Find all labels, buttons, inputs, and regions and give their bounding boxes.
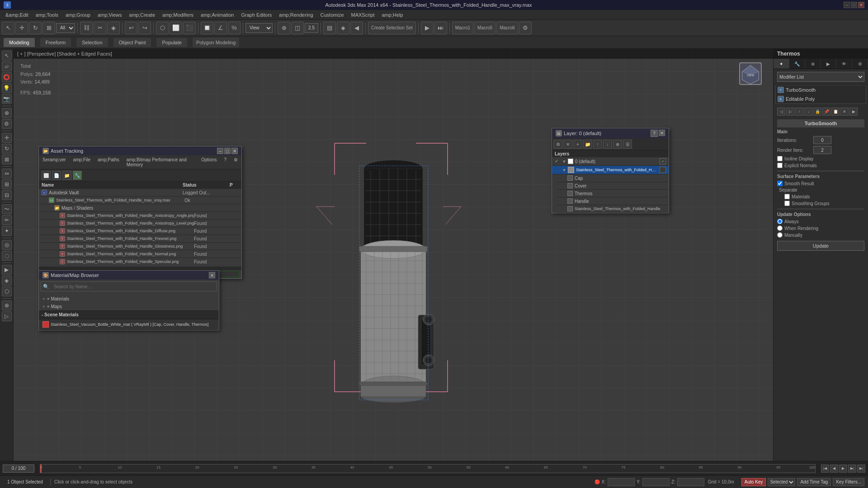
lt-systems-btn[interactable]: ⚙ bbox=[2, 119, 12, 129]
next-frame-btn-tl[interactable]: ▶| bbox=[848, 465, 856, 473]
at-tb4[interactable]: 🔧 bbox=[73, 171, 82, 180]
rp-tab-utility[interactable]: ⚙ bbox=[852, 59, 868, 69]
at-tb3[interactable]: 📁 bbox=[62, 171, 71, 180]
at-menu-options[interactable]: Options bbox=[199, 156, 218, 168]
lt-render-btn[interactable]: ▶ bbox=[2, 265, 12, 275]
ts-manually-row[interactable]: Manually bbox=[777, 232, 864, 238]
at-row-tex6[interactable]: T Stainless_Steel_Thermos_with_Folded_Ha… bbox=[39, 250, 241, 258]
rp-nav-9[interactable]: ▶ bbox=[849, 108, 858, 116]
timeline-track[interactable]: 0 5 10 15 20 25 30 35 40 45 50 55 60 65 … bbox=[40, 464, 816, 473]
tab-object-paint[interactable]: Object Paint bbox=[113, 38, 151, 47]
create-selection-btn[interactable]: Create Selection Set bbox=[368, 22, 416, 34]
at-close-btn[interactable]: ✕ bbox=[231, 148, 238, 154]
at-row-maxfile[interactable]: M Stainless_Steel_Thermos_with_Folded_Ha… bbox=[39, 197, 241, 204]
lt-spacing-btn[interactable]: ⊟ bbox=[2, 190, 12, 200]
filter-dropdown[interactable]: All bbox=[56, 23, 75, 33]
lt-geometry-btn[interactable]: ▱ bbox=[2, 61, 12, 71]
at-row-tex2[interactable]: T Stainless_Steel_Thermos_with_Folded_Ha… bbox=[39, 220, 241, 227]
menu-help[interactable]: amp;Help bbox=[378, 11, 407, 19]
always-radio[interactable] bbox=[777, 219, 783, 224]
ld-tb-folder[interactable]: 📁 bbox=[583, 140, 592, 149]
prev-frame-btn[interactable]: ◀ bbox=[830, 465, 838, 473]
rp-nav-4[interactable]: ↓ bbox=[804, 108, 812, 116]
lt-select-btn[interactable]: ↖ bbox=[2, 51, 12, 61]
layer-dialog-header[interactable]: ▤ Layer: 0 (default) ? ✕ bbox=[552, 128, 669, 138]
select-region-btn[interactable]: ⬜ bbox=[170, 22, 182, 34]
rp-tab-motion[interactable]: ▶ bbox=[821, 59, 836, 69]
ts-when-rendering-row[interactable]: When Rendering bbox=[777, 225, 864, 231]
menu-edit[interactable]: &amp;Edit bbox=[2, 11, 32, 19]
menu-group[interactable]: amp;Group bbox=[62, 11, 94, 19]
modifier-list-dropdown[interactable]: Modifier List bbox=[777, 72, 864, 82]
lt-texture-btn[interactable]: ⬡ bbox=[2, 286, 12, 296]
ld-tb-delete[interactable]: ✕ bbox=[563, 140, 572, 149]
z-coord-input[interactable] bbox=[677, 478, 704, 486]
at-row-tex3[interactable]: T Stainless_Steel_Thermos_with_Folded_Ha… bbox=[39, 227, 241, 235]
mb-close-btn[interactable]: ✕ bbox=[209, 272, 215, 278]
at-restore-btn[interactable]: □ bbox=[224, 148, 231, 154]
menu-rendering[interactable]: amp;Rendering bbox=[275, 11, 316, 19]
menu-create[interactable]: amp;Create bbox=[126, 11, 159, 19]
lt-paint-btn[interactable]: ✏ bbox=[2, 215, 12, 225]
close-button[interactable]: ✕ bbox=[858, 2, 864, 8]
select-btn[interactable]: ↖ bbox=[2, 22, 14, 34]
menu-animation[interactable]: amp;Animation bbox=[197, 11, 237, 19]
go-start-btn[interactable]: |◀ bbox=[821, 465, 829, 473]
lt-shapes-btn[interactable]: ⭕ bbox=[2, 72, 12, 82]
modifier-editable-poly[interactable]: E Editable Poly bbox=[776, 94, 866, 103]
window-controls[interactable]: – □ ✕ bbox=[844, 2, 864, 8]
minimize-button[interactable]: – bbox=[844, 2, 850, 8]
snap-btn[interactable]: 🔲 bbox=[201, 22, 213, 34]
rp-tab-display[interactable]: 👁 bbox=[836, 59, 852, 69]
rp-nav-3[interactable]: ↑ bbox=[795, 108, 803, 116]
rp-nav-2[interactable]: ▷ bbox=[786, 108, 794, 116]
ld-tb-move[interactable]: ↑ bbox=[593, 140, 602, 149]
add-time-tag-btn[interactable]: Add Time Tag bbox=[797, 478, 831, 486]
percent-snap-btn[interactable]: % bbox=[228, 22, 241, 34]
materials-checkbox[interactable] bbox=[784, 194, 790, 199]
lt-scale-btn[interactable]: ⊠ bbox=[2, 155, 12, 164]
at-menu-bitmap[interactable]: amp;Bitmap Performance and Memory bbox=[125, 156, 196, 168]
view-dropdown[interactable]: View bbox=[245, 23, 273, 33]
viewcube-cube[interactable]: VIEW bbox=[739, 62, 762, 85]
at-menu-file[interactable]: amp;File bbox=[71, 156, 92, 168]
at-row-maps-folder[interactable]: 📁 Maps / Shaders bbox=[39, 204, 241, 212]
play-fwd-btn[interactable]: ▶ bbox=[839, 465, 847, 473]
ts-smoothing-groups-row[interactable]: Smoothing Groups bbox=[777, 201, 864, 206]
mirror-btn[interactable]: ◫ bbox=[291, 22, 304, 34]
key-mode-select[interactable]: Selected bbox=[768, 478, 795, 486]
ld-row-handle[interactable]: ✓ Handle bbox=[557, 197, 669, 205]
at-tb2[interactable]: 📄 bbox=[52, 171, 61, 180]
menu-graph-editors[interactable]: Graph Editors bbox=[237, 11, 275, 19]
when-rendering-radio[interactable] bbox=[777, 225, 783, 231]
ld-tb-settings[interactable]: ⚙ bbox=[553, 140, 562, 149]
lt-lights-btn[interactable]: 💡 bbox=[2, 83, 12, 93]
lt-expand-btn[interactable]: ▷ bbox=[2, 311, 12, 321]
move-btn[interactable]: ✛ bbox=[15, 22, 28, 34]
ts-always-row[interactable]: Always bbox=[777, 219, 864, 224]
rp-tab-create[interactable]: ✦ bbox=[774, 59, 789, 69]
explicit-checkbox[interactable] bbox=[777, 163, 783, 168]
lt-rotate-btn[interactable]: ↻ bbox=[2, 144, 12, 154]
ts-explicit-row[interactable]: Explicit Normals bbox=[777, 163, 864, 168]
ld-visibility-1[interactable] bbox=[660, 167, 666, 173]
lt-isolate-btn[interactable]: ◎ bbox=[2, 240, 12, 250]
ld-close-btn[interactable]: ✕ bbox=[659, 130, 665, 136]
rp-tab-modify[interactable]: 🔧 bbox=[789, 59, 805, 69]
asset-tracking-header[interactable]: 📂 Asset Tracking – □ ✕ bbox=[39, 146, 241, 155]
restore-button[interactable]: □ bbox=[851, 2, 857, 8]
smooth-result-checkbox[interactable] bbox=[777, 181, 783, 186]
at-row-tex1[interactable]: T Stainless_Steel_Thermos_with_Folded_Ha… bbox=[39, 212, 241, 220]
ts-isoline-row[interactable]: Isoline Display bbox=[777, 156, 864, 161]
at-menu-server[interactable]: Seramp;ver bbox=[41, 156, 68, 168]
x-coord-input[interactable] bbox=[608, 478, 635, 486]
link-btn[interactable]: ⛓ bbox=[80, 22, 93, 34]
macro2-btn[interactable]: Macro5 bbox=[474, 22, 495, 34]
ts-render-iters-input[interactable] bbox=[813, 146, 831, 154]
material-browser-header[interactable]: 🎨 Material/Map Browser ✕ bbox=[39, 271, 219, 280]
lt-nav-btn[interactable]: ⊕ bbox=[2, 300, 12, 310]
y-coord-input[interactable] bbox=[642, 478, 670, 486]
macro3-btn[interactable]: Macro6 bbox=[496, 22, 518, 34]
mb-maps-row[interactable]: + + Maps bbox=[39, 303, 219, 310]
play-btn[interactable]: ▶ bbox=[421, 22, 434, 34]
